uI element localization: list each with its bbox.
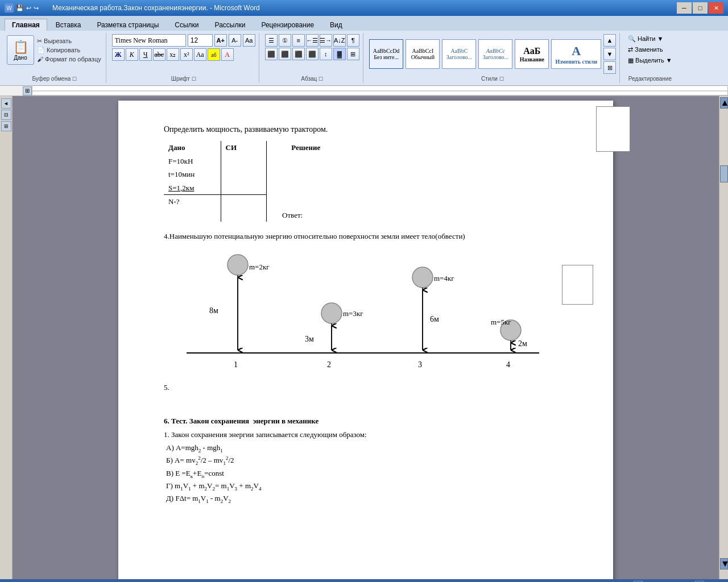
font-selector-row: A+ A- Aa [112,34,255,47]
indent-increase-btn[interactable]: ☰→ [320,34,332,47]
solution-header: Решение [266,141,425,155]
clipboard-group: 📋 Дано ✂ Вырезать 📄 Копировать 🖌 Формат … [3,33,106,83]
test-question-1: 1. Закон сохранения энергии записывается… [164,429,579,440]
styles-scroll-up[interactable]: ▲ [603,34,616,47]
tab-insert[interactable]: Вставка [48,19,89,31]
minimize-button[interactable]: ─ [677,2,692,14]
styles-scroll-down[interactable]: ▼ [603,48,616,60]
maximize-button[interactable]: □ [693,2,708,14]
tab-review[interactable]: Рецензирование [254,19,321,31]
tab-view[interactable]: Вид [322,19,350,31]
scroll-down-btn[interactable]: ▼ [720,558,728,569]
bullets-btn[interactable]: ☰ [265,34,278,47]
svg-text:m=4кг: m=4кг [434,274,454,282]
svg-text:m=2кг: m=2кг [249,263,270,271]
scroll-thumb[interactable] [720,165,728,182]
copy-button[interactable]: 📄 Копировать [36,46,102,55]
svg-point-14 [412,267,433,288]
window-controls: ─ □ ✕ [677,2,723,14]
svg-text:4: 4 [506,360,510,369]
given-empty [164,209,221,222]
status-bar: Страница: 6 из 7 Число слов: 1 499 🔤 Рус… [0,579,728,582]
shrink-font-btn[interactable]: A- [229,34,241,47]
title-bar-left: W 💾 ↩ ↪ Механическая работа.Закон сохран… [5,3,260,13]
svg-text:m=5кг: m=5кг [491,318,511,326]
font-size-input[interactable] [188,34,213,47]
paste-icon: 📋 [13,40,28,55]
font-color-btn[interactable]: А [221,48,234,61]
right-scrollbar[interactable]: ▲ ▼ [719,96,728,579]
find-button[interactable]: 🔍 Найти ▼ [626,34,675,44]
diagram-area: 8м m=2кг 1 3м m=3кг 2 [164,248,579,373]
title-text: Механическая работа.Закон сохраненияэнер… [52,4,260,12]
sidebar-btn-3[interactable]: ⊞ [1,121,11,131]
sidebar-btn-2[interactable]: ⊟ [1,110,11,120]
undo-btn[interactable]: ↩ [26,5,31,12]
si-s [221,181,266,195]
show-marks-btn[interactable]: ¶ [347,34,359,47]
numbering-btn[interactable]: ① [279,34,291,47]
paragraph-group: ☰ ① ≡ ←☰ ☰→ A↓Z ¶ ⬛ ⬛ ⬛ ⬛ ↕ ▓ ⊞ [262,33,363,83]
si-header: СИ [221,141,266,155]
quick-access-toolbar: 💾 ↩ ↪ [16,5,39,12]
given-header: Дано [164,141,221,155]
given-n: N-? [164,195,221,209]
style-heading1[interactable]: AaBbCЗаголово... [442,39,476,69]
font-name-input[interactable] [112,34,186,47]
word-icon: W [5,3,14,13]
replace-button[interactable]: ⇄ Заменить [626,45,675,55]
case-btn[interactable]: Aa [194,48,206,61]
close-button[interactable]: ✕ [709,2,723,14]
strikethrough-button[interactable]: аbc [153,48,166,61]
style-heading2[interactable]: AaBbCcЗаголово... [478,39,512,69]
document-scroll-area[interactable]: Определить мощность, развиваемую трактор… [13,96,719,579]
svg-text:3м: 3м [305,335,314,343]
indent-decrease-btn[interactable]: ←☰ [306,34,318,47]
align-right-btn[interactable]: ⬛ [292,48,305,60]
sidebar-expand-btn[interactable]: ◄ [1,98,11,109]
paste-button[interactable]: 📋 Дано [7,35,34,65]
grow-font-btn[interactable]: A+ [214,34,227,47]
tab-layout[interactable]: Разметка страницы [89,19,166,31]
align-left-btn[interactable]: ⬛ [265,48,278,60]
clipboard-label: Буфер обмена ☐ [3,76,106,82]
paragraph-label: Абзац ☐ [262,76,363,82]
shading-btn[interactable]: ▓ [333,48,346,60]
ruler-corner[interactable]: ⊞ [23,86,32,95]
clear-format-btn[interactable]: Aa [243,34,255,47]
solution-content [266,155,425,168]
style-normal[interactable]: AaBbCcIОбычный [406,39,440,69]
ruler-area: ⊞ [0,86,728,96]
scroll-up-btn[interactable]: ▲ [720,97,728,109]
sort-btn[interactable]: A↓Z [333,34,346,47]
underline-button[interactable]: Ч [139,48,152,61]
select-button[interactable]: ▦ Выделить ▼ [626,56,675,65]
styles-label: Стили ☐ [366,76,619,82]
font-group: A+ A- Aa Ж К Ч аbc x₂ x² Aa аб А Шрифт ☐ [109,33,259,83]
cut-button[interactable]: ✂ Вырезать [36,37,102,45]
styles-expand[interactable]: ⊞ [603,61,616,74]
highlight-btn[interactable]: аб [208,48,220,61]
answer-cell [266,195,425,209]
redo-btn[interactable]: ↪ [34,5,39,12]
multilevel-btn[interactable]: ≡ [292,34,305,47]
bold-button[interactable]: Ж [112,48,125,61]
tab-references[interactable]: Ссылки [167,19,206,31]
style-no-spacing[interactable]: AaBbCcDdБез инте... [369,39,404,69]
title-bar: W 💾 ↩ ↪ Механическая работа.Закон сохран… [0,0,728,16]
tab-mailings[interactable]: Рассылки [208,19,253,31]
subscript-btn[interactable]: x₂ [167,48,179,61]
italic-button[interactable]: К [126,48,138,61]
tab-home[interactable]: Главная [5,19,47,31]
style-change[interactable]: AИзменить стили [551,39,601,69]
format-painter-button[interactable]: 🖌 Формат по образцу [36,55,102,63]
style-title[interactable]: AаБНазвание [515,39,549,69]
save-quick-btn[interactable]: 💾 [16,5,24,12]
line-spacing-btn[interactable]: ↕ [320,48,332,60]
test-title: 6. Тест. Закон сохранения энергии в меха… [164,415,579,427]
justify-btn[interactable]: ⬛ [306,48,318,60]
horizontal-ruler [32,86,728,95]
borders-btn[interactable]: ⊞ [347,48,359,60]
align-center-btn[interactable]: ⬛ [279,48,291,60]
superscript-btn[interactable]: x² [180,48,193,61]
